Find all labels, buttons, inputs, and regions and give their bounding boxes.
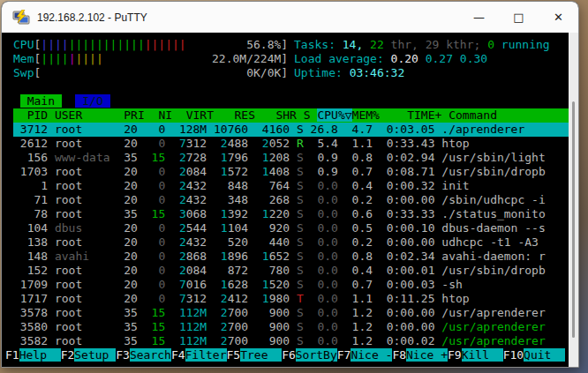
cell-time: 0:00.00 <box>380 320 441 333</box>
fnkey-f8[interactable]: F8Nice + <box>392 348 448 362</box>
fnkey-number: F6 <box>282 348 296 362</box>
gap <box>290 123 297 136</box>
tab-io[interactable]: I/O <box>75 94 109 108</box>
mem-value: 208 <box>269 151 290 164</box>
close-button[interactable]: ✕ <box>539 2 578 33</box>
column-header-s[interactable]: S <box>304 108 318 122</box>
process-row[interactable]: 1709 root 20 0 7016 1628 1520 S 0.0 0.7 … <box>13 278 569 292</box>
htop-header-meters: CPU[|||||||||||||||||||||56.8%]Mem[|||||… <box>13 38 569 80</box>
pad <box>214 137 221 150</box>
fnkey-f10[interactable]: F10Quit <box>503 348 565 362</box>
gap <box>207 235 214 249</box>
mem-value: 220 <box>269 207 290 220</box>
pad <box>172 320 179 333</box>
fnkey-f9[interactable]: F9Kill <box>448 348 503 362</box>
gap <box>248 207 255 220</box>
mem-value-prefix: 2 <box>179 221 186 235</box>
mem-value-prefix: 2 <box>221 292 228 305</box>
scrollbar-track[interactable] <box>569 33 578 367</box>
fnkey-f4[interactable]: F4Filter <box>171 348 227 362</box>
tab-main[interactable]: Main <box>20 94 62 108</box>
column-header-shr[interactable]: SHR <box>262 108 304 122</box>
column-header-pri[interactable]: PRI <box>124 108 151 122</box>
process-row[interactable]: 2612 root 20 0 7312 2488 2052 R 5.4 1.1 … <box>13 137 569 151</box>
cell-pri: 35 <box>117 207 144 220</box>
fnkey-number: F10 <box>503 348 524 362</box>
process-row[interactable]: 152 root 20 0 2084 872 780 S 0.0 0.4 0:0… <box>13 264 569 278</box>
fnkey-f5[interactable]: F5Tree <box>227 348 283 362</box>
cell-cpu: 0.0 <box>311 250 345 263</box>
cell-cpu: 0.0 <box>311 221 345 235</box>
cell-pid: 156 <box>13 151 48 164</box>
pad <box>255 278 262 291</box>
cell-mem: 0.8 <box>345 151 380 164</box>
cell-mem: 1.2 <box>345 320 380 333</box>
process-row[interactable]: 3578 root 35 15 112M 2700 900 S 0.0 1.2 … <box>13 306 569 320</box>
process-row[interactable]: 104 dbus 20 0 2544 1104 920 S 0.0 0.5 0:… <box>13 221 569 235</box>
column-header-mem[interactable]: MEM% <box>352 108 387 122</box>
process-row[interactable]: 71 root 20 0 2432 348 268 S 0.0 0.2 0:00… <box>13 193 569 207</box>
scrollbar-thumb[interactable] <box>572 101 575 338</box>
maximize-button[interactable]: □ <box>499 2 539 33</box>
fnkey-f3[interactable]: F3Search <box>116 348 171 362</box>
gap <box>248 306 255 319</box>
gap <box>248 334 255 347</box>
pad <box>255 334 269 347</box>
fnkey-f2[interactable]: F2Setup <box>61 348 117 362</box>
cell-command: /usr/aprenderer <box>441 334 545 347</box>
column-header-time[interactable]: TIME+ <box>387 108 449 122</box>
cell-mem: 0.4 <box>345 179 380 192</box>
mem-value: 728 <box>186 151 207 164</box>
cell-user: www-data <box>48 151 117 164</box>
mem-value-prefix: 1 <box>221 221 228 235</box>
pad <box>172 123 179 136</box>
fnkey-f6[interactable]: F6SortBy <box>282 348 337 362</box>
load-average-line-segment: 0.30 <box>460 52 487 65</box>
gap <box>248 137 255 150</box>
column-header-pid[interactable]: PID <box>13 108 55 122</box>
fnkey-f7[interactable]: F7Nice - <box>337 348 393 362</box>
cell-time: 0:11.25 <box>380 292 441 305</box>
process-row[interactable]: 78 root 35 15 3068 1392 1220 S 0.0 0.6 0… <box>13 207 569 221</box>
process-row[interactable]: 1703 root 20 0 2084 1572 1408 S 0.9 0.7 … <box>13 165 569 179</box>
mem-value-prefix: 2 <box>179 264 186 277</box>
process-row-selected[interactable]: 3712 root 20 0 128M 10760 4160 S 26.8 4.… <box>13 123 569 137</box>
process-row[interactable]: 1717 root 20 0 7312 2412 1980 T 0.0 1.1 … <box>13 292 569 306</box>
cell-user: root <box>48 207 117 220</box>
cell-pri: 20 <box>117 264 144 277</box>
terminal-screen[interactable]: CPU[|||||||||||||||||||||56.8%]Mem[|||||… <box>2 33 578 367</box>
mem-value: 052 <box>269 137 290 150</box>
cell-pid: 3582 <box>13 334 48 347</box>
column-header-virt[interactable]: VIRT <box>179 108 221 122</box>
process-row[interactable]: 3580 root 35 15 112M 2700 900 S 0.0 1.2 … <box>13 320 569 334</box>
process-row[interactable]: 148 avahi 20 0 2868 1896 1652 S 0.0 0.8 … <box>13 250 569 264</box>
pad <box>255 193 269 206</box>
column-header-cpu[interactable]: CPU%▽ <box>317 108 351 122</box>
minimize-button[interactable]: — <box>459 2 499 33</box>
column-header-ni[interactable]: NI <box>152 108 179 122</box>
fnkey-f1[interactable]: F1Help <box>5 348 61 362</box>
gap <box>207 123 214 136</box>
pad <box>255 320 269 333</box>
cell-command: -sh <box>441 278 462 291</box>
pad <box>172 207 179 220</box>
putty-window: 192.168.2.102 - PuTTY — □ ✕ CPU[||||||||… <box>1 1 579 368</box>
mem-value: 868 <box>186 250 207 263</box>
cell-user: root <box>48 235 117 249</box>
mem-value: 900 <box>269 306 290 319</box>
meter-bars-green: |||| <box>41 52 68 65</box>
process-row[interactable]: 1 root 20 0 2432 848 764 S 0.0 0.4 0:00.… <box>13 179 569 193</box>
column-header-res[interactable]: RES <box>221 108 262 122</box>
process-row[interactable]: 3582 root 35 15 112M 2700 900 S 0.0 1.2 … <box>13 334 569 348</box>
process-row[interactable]: 138 root 20 0 2432 520 440 S 0.0 0.2 0:0… <box>13 235 569 250</box>
gap <box>290 137 297 150</box>
column-header-user[interactable]: USER <box>55 108 124 122</box>
pad <box>214 292 221 305</box>
cell-mem: 1.2 <box>345 306 380 319</box>
cell-cpu: 0.0 <box>311 235 345 249</box>
column-header-cmd[interactable]: Command <box>449 108 504 122</box>
process-row[interactable]: 156 www-data 35 15 2728 1796 1208 S 0.9 … <box>13 151 569 165</box>
gap <box>290 235 297 249</box>
mem-value: 348 <box>228 193 248 206</box>
mem-value-prefix: 7 <box>179 137 186 150</box>
